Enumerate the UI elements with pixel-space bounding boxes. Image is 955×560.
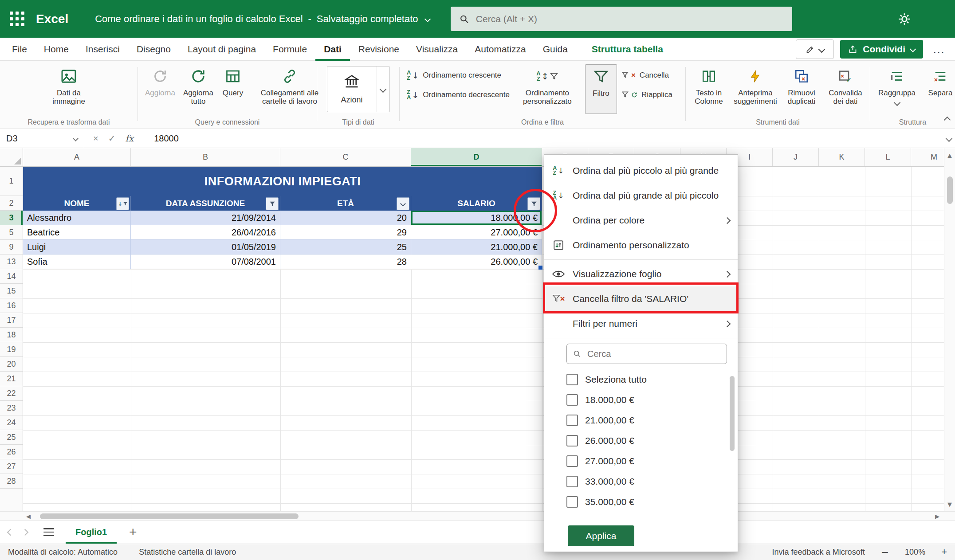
checkbox-icon[interactable]	[566, 415, 578, 426]
aggiorna-button[interactable]: Aggiorna	[142, 64, 178, 97]
clear-filter-ribbon-button[interactable]: × Cancella	[621, 66, 672, 85]
filter-value-checkbox-row[interactable]: 21.000,00 €	[544, 410, 738, 431]
scroll-left-icon[interactable]: ◀	[23, 512, 34, 521]
filter-value-checkbox-row[interactable]: 18.000,00 €	[544, 390, 738, 410]
send-feedback-link[interactable]: Invia feedback a Microsoft	[772, 548, 865, 557]
menu-sheet-view[interactable]: Visualizzazione foglio	[544, 262, 738, 286]
cancel-icon[interactable]: ×	[93, 133, 98, 144]
header-cell-nome[interactable]: NOME ↓	[23, 196, 131, 211]
calc-mode-status[interactable]: Modalità di calcolo: Automatico	[8, 548, 118, 557]
checkbox-icon[interactable]	[566, 394, 578, 406]
filter-search-input[interactable]	[586, 349, 720, 360]
filter-value-checkbox-row[interactable]: 35.000,00 €	[544, 492, 738, 512]
table-resize-handle[interactable]	[538, 266, 542, 270]
enter-check-icon[interactable]: ✓	[108, 133, 116, 144]
column-header[interactable]: B	[131, 148, 280, 166]
select-all-checkbox-row[interactable]: Seleziona tutto	[544, 369, 738, 390]
row-header[interactable]: 24	[0, 415, 23, 430]
row-header[interactable]: 20	[0, 357, 23, 372]
ribbon-tab[interactable]: Layout di pagina	[179, 38, 264, 61]
column-header[interactable]: L	[865, 148, 911, 166]
ribbon-tab[interactable]: File	[4, 38, 35, 61]
document-title[interactable]: Come ordinare i dati in un foglio di cal…	[95, 13, 429, 25]
menu-sort-descending[interactable]: ZA↓ Ordina dal più grande al più piccolo	[544, 183, 738, 208]
chevron-down-icon[interactable]	[73, 136, 79, 141]
insert-function-icon[interactable]: fx	[125, 133, 134, 144]
aggiorna-tutto-button[interactable]: Aggiorna tutto	[181, 64, 216, 106]
checkbox-icon[interactable]	[566, 435, 578, 446]
next-sheet-icon[interactable]	[22, 529, 29, 536]
workbook-stats-button[interactable]: Statistiche cartella di lavoro	[139, 548, 236, 557]
filter-button[interactable]: Filtro	[585, 64, 617, 114]
ribbon-tab[interactable]: Visualizza	[408, 38, 466, 61]
zoom-out-button[interactable]: −	[881, 547, 889, 558]
salario-filter-button[interactable]	[527, 197, 540, 210]
share-button[interactable]: Condividi	[840, 40, 923, 59]
formula-input[interactable]: 18000	[154, 133, 179, 144]
search-box[interactable]	[451, 7, 792, 31]
scroll-right-icon[interactable]: ▶	[932, 512, 943, 521]
name-box[interactable]: D3	[0, 129, 84, 148]
checkbox-icon[interactable]	[566, 455, 578, 467]
remove-duplicates-button[interactable]: × Rimuovi duplicati	[782, 64, 821, 106]
cell-d3-selected[interactable]: 18.000,00 €	[411, 211, 542, 225]
data-validation-button[interactable]: ×✓ Convalida dei dati	[823, 64, 868, 106]
header-cell-salario[interactable]: SALARIO	[411, 196, 542, 211]
cell-c3[interactable]: 20	[280, 211, 411, 225]
cell-b13[interactable]: 07/08/2001	[131, 255, 280, 269]
ribbon-tab[interactable]: Dati	[315, 38, 350, 61]
more-options-button[interactable]: …	[929, 40, 949, 59]
column-header[interactable]: M	[911, 148, 944, 166]
cell-b5[interactable]: 26/04/2016	[131, 225, 280, 240]
menu-scrollbar-thumb[interactable]	[730, 376, 735, 451]
all-sheets-menu-icon[interactable]	[43, 528, 54, 536]
text-to-columns-button[interactable]: Testo in Colonne	[688, 64, 729, 106]
nome-filter-button[interactable]: ↓	[116, 197, 129, 210]
column-header[interactable]: A	[23, 148, 131, 166]
group-rows-button[interactable]: Raggruppa	[876, 64, 917, 105]
cell-a3[interactable]: Alessandro	[23, 211, 131, 225]
azioni-main[interactable]: Azioni	[327, 67, 377, 112]
column-header[interactable]: J	[773, 148, 819, 166]
select-all-corner[interactable]	[0, 148, 23, 167]
ribbon-tab[interactable]: Home	[35, 38, 77, 61]
ribbon-tab[interactable]: Guida	[534, 38, 576, 61]
row-header[interactable]: 27	[0, 459, 23, 474]
row-header[interactable]: 26	[0, 445, 23, 459]
chevron-down-icon[interactable]	[424, 16, 430, 22]
filter-value-checkbox-row[interactable]: 33.000,00 €	[544, 471, 738, 492]
menu-clear-filter[interactable]: × Cancella filtro da 'SALARIO'	[544, 286, 738, 311]
settings-gear-icon[interactable]	[896, 11, 913, 27]
horizontal-scroll-thumb[interactable]	[40, 513, 299, 519]
cell-c13[interactable]: 28	[280, 255, 411, 269]
zoom-level[interactable]: 100%	[905, 548, 925, 557]
cell-b9[interactable]: 01/05/2019	[131, 240, 280, 255]
tab-struttura-tabella[interactable]: Struttura tabella	[583, 38, 672, 61]
row-header[interactable]: 23	[0, 401, 23, 415]
row-header[interactable]: 13	[0, 255, 23, 269]
menu-number-filters[interactable]: Filtri per numeri	[544, 311, 738, 336]
sort-ascending-button[interactable]: AZ↓ Ordinamento crescente	[407, 66, 510, 85]
azioni-dropdown[interactable]: Azioni	[327, 66, 390, 112]
row-header[interactable]: 9	[0, 240, 23, 255]
editing-mode-button[interactable]	[796, 39, 834, 59]
cell-b3[interactable]: 21/09/2014	[131, 211, 280, 225]
row-header[interactable]: 14	[0, 269, 23, 284]
row-header[interactable]: 15	[0, 284, 23, 298]
cell-a9[interactable]: Luigi	[23, 240, 131, 255]
checkbox-icon[interactable]	[566, 496, 578, 508]
cell-c5[interactable]: 29	[280, 225, 411, 240]
ribbon-tab[interactable]: Revisione	[350, 38, 408, 61]
row-header[interactable]: 28	[0, 474, 23, 489]
filter-value-checkbox-row[interactable]: 26.000,00 €	[544, 431, 738, 451]
search-input[interactable]	[475, 13, 783, 25]
vertical-scrollbar[interactable]: ▲ ▼	[944, 148, 955, 511]
scroll-up-icon[interactable]: ▲	[944, 150, 955, 161]
ribbon-tab[interactable]: Automatizza	[466, 38, 534, 61]
zoom-in-button[interactable]: +	[941, 546, 947, 558]
reapply-filter-button[interactable]: Riapplica	[621, 86, 672, 104]
row-header[interactable]: 18	[0, 328, 23, 342]
sheet-tab-foglio1[interactable]: Foglio1	[66, 521, 117, 544]
row-header[interactable]: 25	[0, 430, 23, 445]
menu-sort-by-color[interactable]: Ordina per colore	[544, 208, 738, 233]
